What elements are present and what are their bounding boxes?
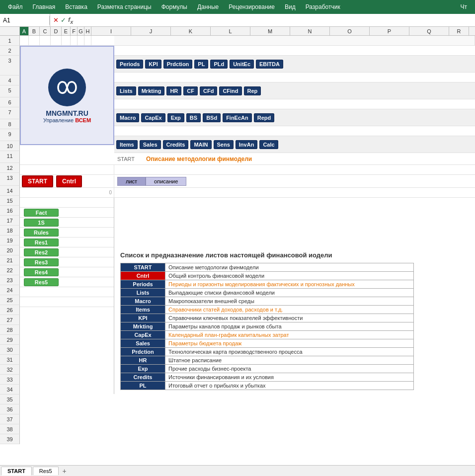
nav-btn-ebitda[interactable]: EBITDA [256, 60, 283, 69]
row-13: 13 [0, 173, 20, 186]
table-desc-cell: Параметры каналов продаж и рынков сбыта [165, 322, 414, 331]
menu-file[interactable]: Файл [4, 2, 27, 11]
nav-btn-calc[interactable]: Calc [259, 140, 278, 149]
nav-btn-rep[interactable]: Rep [244, 86, 261, 95]
nav-btn-pl[interactable]: PL [194, 60, 208, 69]
col-header-q[interactable]: Q [409, 27, 449, 35]
nav-btn-macro[interactable]: Macro [116, 113, 139, 122]
side-btn-res1[interactable]: Res1 [24, 238, 59, 246]
tab-start[interactable]: START [1, 467, 32, 476]
nav-btn-items[interactable]: Items [116, 140, 138, 149]
menu-review[interactable]: Рецензирование [225, 2, 279, 11]
table-desc-cell: Календарный план-график капитальных затр… [165, 331, 414, 339]
row-28: 28 [0, 325, 20, 335]
row-22-side: Res4 [20, 267, 114, 277]
col-header-g[interactable]: G [78, 27, 84, 35]
menu-home[interactable]: Главная [29, 2, 60, 11]
inner-tab-desc[interactable]: описание [146, 177, 186, 186]
side-btn-res5[interactable]: Res5 [24, 278, 59, 286]
table-row: HRШтатное расписание [121, 356, 414, 365]
nav-btn-sens[interactable]: Sens [214, 140, 234, 149]
row-19-side: Res1 [20, 238, 114, 247]
side-btn-res3[interactable]: Res3 [24, 258, 59, 266]
nav-btn-cf[interactable]: CF [183, 86, 198, 95]
side-btn-res4[interactable]: Res4 [24, 268, 59, 276]
formula-input[interactable] [76, 16, 475, 25]
row-30: 30 [0, 345, 20, 355]
nav-btn-capex[interactable]: CapEx [141, 113, 165, 122]
col-header-n[interactable]: N [290, 27, 330, 35]
nav-btn-cfind[interactable]: CFind [219, 86, 241, 95]
nav-btn-invan[interactable]: InvAn [236, 140, 258, 149]
row-5: 5 [0, 85, 20, 97]
nav-btn-repd[interactable]: Repd [254, 113, 275, 122]
side-btn-res2[interactable]: Res2 [24, 248, 59, 256]
col-header-k[interactable]: K [171, 27, 211, 35]
row-7: 7 [0, 107, 20, 119]
cntrl-button[interactable]: Cntrl [56, 175, 82, 187]
menu-insert[interactable]: Вставка [61, 2, 91, 11]
nav-btn-kpi[interactable]: KPI [145, 60, 161, 69]
nav-btn-lists[interactable]: Lists [116, 86, 136, 95]
col-header-f[interactable]: F [71, 27, 78, 35]
sheet-scroll[interactable]: 1 2 3 4 5 6 7 8 9 10 11 12 13 14 15 16 1… [0, 36, 475, 465]
col-header-b[interactable]: B [29, 27, 40, 35]
side-btn-fact[interactable]: Fact [24, 209, 59, 217]
row-17: 17 [0, 216, 20, 226]
col-header-d[interactable]: D [51, 27, 62, 35]
nav-btn-pld[interactable]: PLd [210, 60, 228, 69]
col-header-i[interactable]: I [91, 27, 131, 35]
menu-formulas[interactable]: Формулы [158, 2, 191, 11]
menu-data[interactable]: Данные [193, 2, 223, 11]
start-button[interactable]: START [22, 175, 53, 187]
cancel-icon[interactable]: ✕ [53, 16, 59, 24]
col-header-h[interactable]: H [84, 27, 91, 35]
cell-e1[interactable] [62, 36, 71, 45]
nav-btn-exp[interactable]: Exp [167, 113, 184, 122]
nav-btn-periods[interactable]: Periods [116, 60, 143, 69]
cell-b1[interactable] [29, 36, 40, 45]
nav-btn-bsd[interactable]: BSd [203, 113, 221, 122]
nav-btn-main[interactable]: MAIN [190, 140, 211, 149]
row-23: 23 [0, 275, 20, 285]
inner-tab-list[interactable]: лист [117, 177, 146, 186]
col-header-m[interactable]: M [250, 27, 290, 35]
nav-btn-finecan[interactable]: FinEcAn [223, 113, 252, 122]
nav-btn-sales[interactable]: Sales [140, 140, 161, 149]
nav-btn-hr[interactable]: HR [166, 86, 181, 95]
row-37: 37 [0, 414, 20, 424]
cell-reference[interactable]: A1 [0, 16, 50, 25]
col-header-o[interactable]: O [330, 27, 370, 35]
table-row: ExpПрочие расходы бизнес-проекта [121, 365, 414, 373]
nav-btn-cfd[interactable]: CFd [200, 86, 217, 95]
tab-add[interactable]: + [60, 467, 70, 475]
side-btn-rules[interactable]: Rules [24, 229, 59, 237]
tab-res5[interactable]: Res5 [33, 467, 59, 475]
col-header-l[interactable]: L [211, 27, 250, 35]
cell-h1[interactable] [84, 36, 91, 45]
cell-g1[interactable] [78, 36, 84, 45]
nav-btn-credits[interactable]: Credits [163, 140, 189, 149]
cell-a1[interactable] [20, 36, 29, 45]
side-btn-1s[interactable]: 1S [24, 219, 59, 227]
col-header-j[interactable]: J [131, 27, 171, 35]
col-header-c[interactable]: C [40, 27, 51, 35]
cell-f1[interactable] [71, 36, 78, 45]
nav-btn-prdction[interactable]: Prdction [163, 60, 193, 69]
confirm-icon[interactable]: ✓ [61, 16, 66, 24]
menu-page-layout[interactable]: Разметка страницы [93, 2, 156, 11]
cell-c1[interactable] [40, 36, 51, 45]
nav-btn-mrkting[interactable]: Mrkting [138, 86, 165, 95]
col-header-e[interactable]: E [62, 27, 71, 35]
menu-developer[interactable]: Разработчик [302, 2, 344, 11]
col-header-p[interactable]: P [370, 27, 409, 35]
col-header-a[interactable]: A [20, 27, 29, 35]
menu-view[interactable]: Вид [281, 2, 300, 11]
function-icon[interactable]: fx [68, 16, 73, 25]
logo-merged-cell: MNGMNT.RU Управление ВСЕМ [20, 46, 114, 145]
nav-btn-bs[interactable]: BS [186, 113, 201, 122]
table-desc-cell: Общий контроль финансовой модели [165, 272, 414, 280]
col-header-r[interactable]: R [449, 27, 469, 35]
cell-d1[interactable] [51, 36, 62, 45]
nav-btn-unitec[interactable]: UnitEc [230, 60, 254, 69]
